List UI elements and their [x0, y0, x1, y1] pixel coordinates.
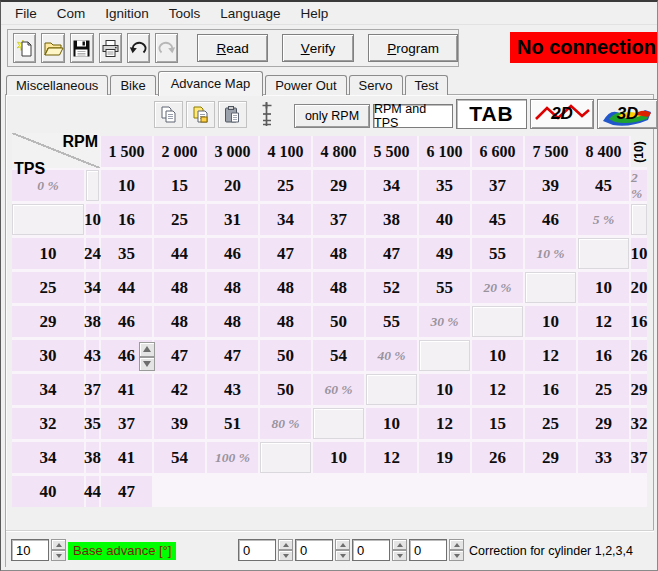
map-cell[interactable]: 19	[419, 442, 470, 473]
map-cell[interactable]: 10	[578, 272, 629, 303]
map-cell[interactable]: 47	[101, 476, 152, 507]
correction-up-button[interactable]	[278, 539, 293, 550]
verify-button[interactable]: Verify	[282, 34, 355, 62]
view-3d-button[interactable]: 3D	[597, 99, 658, 129]
cylinder-1-correction-input[interactable]: 0	[238, 539, 276, 561]
map-cell[interactable]: 43	[207, 374, 258, 405]
rpm-header-cell[interactable]: 6 100	[419, 136, 470, 167]
adjust-values-button[interactable]	[256, 100, 278, 128]
cylinder-3-correction-input[interactable]: 0	[352, 539, 390, 561]
map-cell[interactable]: 51	[207, 408, 258, 439]
menu-item-ignition[interactable]: Ignition	[95, 3, 159, 24]
map-cell[interactable]: 46	[207, 238, 258, 269]
map-cell[interactable]: 38	[366, 204, 417, 235]
map-cell[interactable]: 44	[101, 272, 152, 303]
map-cell[interactable]: 29	[578, 408, 629, 439]
map-cell[interactable]: 54	[313, 340, 364, 371]
rpm-header-cell[interactable]: 1 500	[101, 136, 152, 167]
cylinder-4-correction-input[interactable]: 0	[409, 539, 447, 561]
map-cell[interactable]: 50	[260, 374, 311, 405]
base-advance-input[interactable]: 10	[11, 539, 49, 561]
map-cell[interactable]: 48	[154, 272, 205, 303]
rpm-and-tps-button[interactable]: RPM and TPS	[373, 104, 453, 128]
map-cell[interactable]: 48	[207, 272, 258, 303]
map-cell[interactable]: 55	[366, 306, 417, 337]
map-cell[interactable]: 10	[631, 238, 647, 269]
map-cell[interactable]: 35	[101, 238, 152, 269]
map-cell[interactable]: 46	[525, 204, 576, 235]
map-cell[interactable]: 20	[631, 272, 647, 303]
tab-advance-map[interactable]: Advance Map	[158, 71, 264, 96]
map-cell[interactable]: 31	[207, 204, 258, 235]
map-cell[interactable]: 25	[154, 204, 205, 235]
map-cell[interactable]: 34	[366, 170, 417, 201]
save-button[interactable]	[70, 33, 93, 63]
only-rpm-button[interactable]: only RPM	[294, 104, 370, 128]
map-cell[interactable]: 48	[260, 306, 311, 337]
map-cell[interactable]: 12	[366, 442, 417, 473]
map-cell[interactable]: 25	[12, 272, 84, 303]
view-2d-button[interactable]: 2D	[530, 99, 594, 129]
map-cell[interactable]: 16	[578, 340, 629, 371]
map-cell[interactable]: 39	[154, 408, 205, 439]
map-cell[interactable]: 55	[419, 272, 470, 303]
map-cell[interactable]: 32	[12, 408, 84, 439]
map-cell[interactable]: 39	[525, 170, 576, 201]
redo-button[interactable]	[155, 33, 178, 63]
table-view-button[interactable]: TAB	[456, 99, 527, 129]
map-cell[interactable]: 12	[578, 306, 629, 337]
map-cell[interactable]: 29	[525, 442, 576, 473]
map-cell[interactable]: 34	[12, 442, 84, 473]
tab-test[interactable]: Test	[405, 75, 449, 95]
map-cell[interactable]: 34	[86, 272, 99, 303]
menu-item-com[interactable]: Com	[47, 3, 96, 24]
map-cell[interactable]: 49	[419, 238, 470, 269]
rpm-header-cell[interactable]: 4 100	[260, 136, 311, 167]
map-cell[interactable]: 12	[472, 374, 523, 405]
map-cell[interactable]: 38	[86, 306, 99, 337]
map-cell[interactable]: 37	[101, 408, 152, 439]
map-cell[interactable]: 47	[207, 340, 258, 371]
map-cell[interactable]: 10	[101, 170, 152, 201]
map-cell[interactable]: 25	[578, 374, 629, 405]
open-file-button[interactable]	[41, 33, 65, 63]
map-cell[interactable]: 47	[154, 340, 205, 371]
map-cell[interactable]: 15	[154, 170, 205, 201]
map-cell[interactable]: 24	[86, 238, 99, 269]
map-cell[interactable]: 34	[12, 374, 84, 405]
map-cell[interactable]: 41	[101, 442, 152, 473]
map-cell[interactable]: 25	[525, 408, 576, 439]
map-cell[interactable]: 45	[578, 170, 629, 201]
map-cell[interactable]: 48	[313, 238, 364, 269]
map-cell[interactable]: 37	[631, 442, 647, 473]
map-cell[interactable]: 54	[154, 442, 205, 473]
rpm-header-cell[interactable]: 6 600	[472, 136, 523, 167]
map-cell[interactable]: 10	[313, 442, 364, 473]
map-cell[interactable]: 37	[472, 170, 523, 201]
spin-down-button[interactable]	[139, 357, 155, 372]
undo-button[interactable]	[127, 33, 150, 63]
map-cell[interactable]: 38	[86, 442, 99, 473]
spin-up-button[interactable]	[139, 342, 155, 357]
map-cell[interactable]: 40	[12, 476, 84, 507]
map-cell[interactable]: 44	[86, 476, 99, 507]
rpm-header-cell[interactable]: 8 400	[578, 136, 629, 167]
correction-up-button[interactable]	[392, 539, 407, 550]
map-cell[interactable]: 26	[631, 340, 647, 371]
map-cell[interactable]: 44	[154, 238, 205, 269]
menu-item-help[interactable]: Help	[290, 3, 338, 24]
map-cell[interactable]: 47	[366, 238, 417, 269]
map-cell[interactable]: 42	[154, 374, 205, 405]
map-cell[interactable]: 48	[207, 306, 258, 337]
print-button[interactable]	[99, 33, 122, 63]
map-cell[interactable]: 47	[260, 238, 311, 269]
map-cell[interactable]: 29	[12, 306, 84, 337]
map-cell[interactable]: 29	[631, 374, 647, 405]
map-cell[interactable]: 37	[86, 374, 99, 405]
map-cell[interactable]: 10	[86, 204, 99, 235]
map-cell[interactable]: 25	[260, 170, 311, 201]
correction-down-button[interactable]	[278, 550, 293, 561]
tab-servo[interactable]: Servo	[349, 75, 403, 95]
rpm-header-cell[interactable]: 4 800	[313, 136, 364, 167]
copy-insert-button[interactable]	[186, 101, 215, 128]
